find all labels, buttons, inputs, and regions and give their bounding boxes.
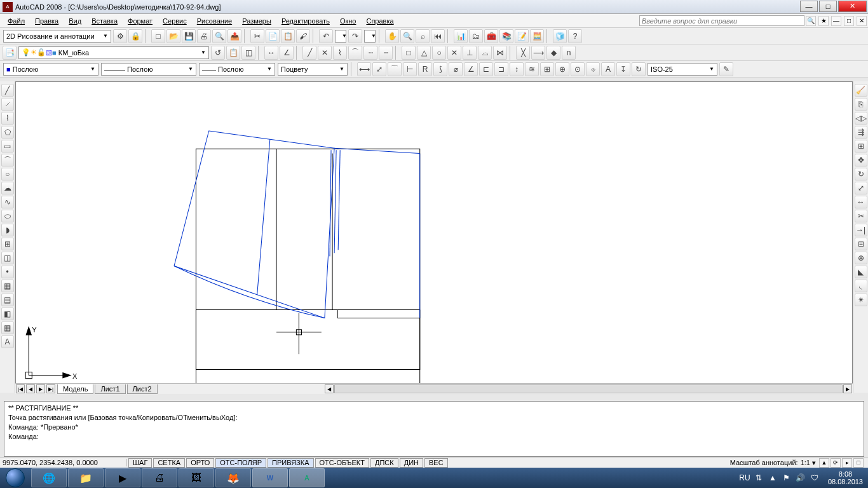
gear-icon[interactable]: ⚙ [113, 29, 127, 43]
lineweight-dropdown[interactable]: —— Послою▼ [199, 63, 275, 76]
toggle-ortho[interactable]: ОРТО [186, 458, 214, 468]
osnap-mid-icon[interactable]: △ [417, 46, 431, 60]
tab-layout2[interactable]: Лист2 [127, 384, 158, 394]
help-search-input[interactable] [639, 15, 804, 26]
osnap-int-icon[interactable]: ╳ [516, 46, 530, 60]
fillet-icon[interactable]: ◟ [855, 280, 867, 292]
menu-dimension[interactable]: Размеры [237, 16, 276, 26]
xline-tool-icon[interactable]: ⟋ [1, 98, 14, 111]
dim-ord-icon[interactable]: ⊢ [403, 62, 417, 76]
status-tray-icon[interactable]: ▸ [842, 458, 852, 468]
menu-file[interactable]: Файл [3, 16, 30, 26]
taskbar-photo-icon[interactable]: 🖼 [179, 468, 214, 487]
open-icon[interactable]: 📂 [166, 29, 180, 43]
menu-edit[interactable]: Правка [30, 16, 64, 26]
menu-help[interactable]: Справка [361, 16, 398, 26]
toggle-dyn[interactable]: ДИН [400, 458, 423, 468]
dim-rad-icon[interactable]: R [418, 62, 432, 76]
break-icon[interactable]: ⊟ [855, 238, 867, 250]
dist-icon[interactable]: ↔ [264, 46, 278, 60]
osnap-ins-icon[interactable]: ◆ [546, 46, 560, 60]
tab-first-icon[interactable]: |◀ [16, 384, 25, 393]
zoom-rt-icon[interactable]: 🔍 [400, 29, 414, 43]
undo-dropdown[interactable]: ▼ [335, 30, 346, 43]
menu-format[interactable]: Формат [123, 16, 158, 26]
angle-icon[interactable]: ∠ [280, 46, 294, 60]
line-icon[interactable]: ╱ [302, 46, 316, 60]
osnap-none-icon[interactable]: n [562, 46, 576, 60]
ellipse-tool-icon[interactable]: ⬭ [1, 210, 14, 222]
dc-icon[interactable]: 🗂 [469, 29, 483, 43]
jogged-icon[interactable]: ⟐ [586, 62, 600, 76]
layer-prev-icon[interactable]: ↺ [211, 46, 225, 60]
start-button[interactable] [0, 468, 31, 488]
taskbar-firefox-icon[interactable]: 🦊 [215, 468, 251, 487]
layer-iso-icon[interactable]: ◫ [241, 46, 255, 60]
dim-arc-icon[interactable]: ⌒ [388, 62, 402, 76]
array-icon[interactable]: ⊞ [855, 140, 867, 152]
cut-icon[interactable]: ✂ [250, 29, 264, 43]
hscroll-left-icon[interactable]: ◀ [325, 384, 334, 393]
zoom-prev-icon[interactable]: ⏮ [431, 29, 445, 43]
toggle-polar[interactable]: ОТС-ПОЛЯР [215, 458, 266, 468]
osnap-tan-icon[interactable]: ⌓ [478, 46, 492, 60]
redo-dropdown[interactable]: ▼ [364, 30, 376, 43]
scale-icon[interactable]: ⤢ [855, 182, 867, 194]
xline-icon[interactable]: ✕ [318, 46, 332, 60]
lock-icon[interactable]: 🔒 [128, 29, 142, 43]
toggle-ducs[interactable]: ДПСК [370, 458, 398, 468]
tol-icon[interactable]: ⊞ [540, 62, 554, 76]
new-icon[interactable]: □ [151, 29, 165, 43]
paste-icon[interactable]: 📋 [281, 29, 295, 43]
copy-icon[interactable]: 📄 [266, 29, 280, 43]
preview-icon[interactable]: 🔍 [212, 29, 226, 43]
trim-icon[interactable]: ✂ [855, 210, 867, 222]
osnap-near-icon[interactable]: ⋈ [493, 46, 507, 60]
workspace-dropdown[interactable]: 2D Рисование и аннотации▼ [3, 30, 111, 43]
tray-action-icon[interactable]: ⚑ [782, 473, 792, 483]
arc-icon[interactable]: ⌒ [348, 46, 362, 60]
clean-screen-icon[interactable]: □ [853, 458, 864, 468]
layer-state-icon[interactable]: 📋 [226, 46, 240, 60]
tab-last-icon[interactable]: ▶| [46, 384, 55, 393]
inspect-icon[interactable]: ⊙ [571, 62, 585, 76]
osnap-end-icon[interactable]: □ [402, 46, 416, 60]
maximize-button[interactable]: □ [819, 1, 837, 12]
dim-break-icon[interactable]: ≋ [525, 62, 539, 76]
grad-tool-icon[interactable]: ▤ [1, 294, 14, 306]
chamfer-icon[interactable]: ◣ [855, 266, 867, 278]
properties-icon[interactable]: 📊 [454, 29, 468, 43]
doc-max-icon[interactable]: □ [844, 16, 854, 26]
arc-tool-icon[interactable]: ⌒ [1, 154, 14, 166]
star-icon[interactable]: ★ [818, 16, 829, 26]
hatch-tool-icon[interactable]: ▦ [1, 280, 14, 292]
toggle-osnap[interactable]: ПРИВЯЗКА [268, 458, 313, 468]
line-tool-icon[interactable]: ╱ [1, 84, 14, 97]
help-icon[interactable]: ? [568, 29, 582, 43]
dim-ang-icon[interactable]: ∠ [464, 62, 478, 76]
polygon-tool-icon[interactable]: ⬠ [1, 126, 14, 139]
dim-aligned-icon[interactable]: ⤢ [372, 62, 386, 76]
tray-network-icon[interactable]: ⇅ [754, 473, 764, 483]
anno-auto-icon[interactable]: ⟳ [831, 458, 841, 468]
hscroll-track[interactable] [334, 384, 843, 393]
dimstyle-mgr-icon[interactable]: ✎ [719, 62, 733, 76]
taskbar-explorer-icon[interactable]: 📁 [68, 468, 104, 487]
dim-dia-icon[interactable]: ⌀ [449, 62, 463, 76]
tray-lang[interactable]: RU [740, 473, 750, 483]
osnap-cen-icon[interactable]: ○ [432, 46, 446, 60]
dim-space-icon[interactable]: ↕ [510, 62, 524, 76]
table-tool-icon[interactable]: ▦ [1, 322, 14, 334]
tray-shield-icon[interactable]: 🛡 [810, 473, 820, 483]
region-tool-icon[interactable]: ◧ [1, 308, 14, 320]
tab-model[interactable]: Модель [57, 384, 93, 394]
drawing-canvas[interactable]: Y X [15, 81, 853, 393]
ssm-icon[interactable]: 📚 [499, 29, 513, 43]
menu-modify[interactable]: Редактировать [276, 16, 335, 26]
linetype-dropdown[interactable]: ——— Послою▼ [101, 63, 196, 76]
doc-close-icon[interactable]: ✕ [857, 16, 867, 26]
pline-tool-icon[interactable]: ⌇ [1, 112, 14, 125]
tray-volume-icon[interactable]: 🔊 [796, 473, 806, 483]
taskbar-hp-icon[interactable]: 🖨 [142, 468, 177, 487]
close-button[interactable]: ✕ [838, 1, 867, 12]
